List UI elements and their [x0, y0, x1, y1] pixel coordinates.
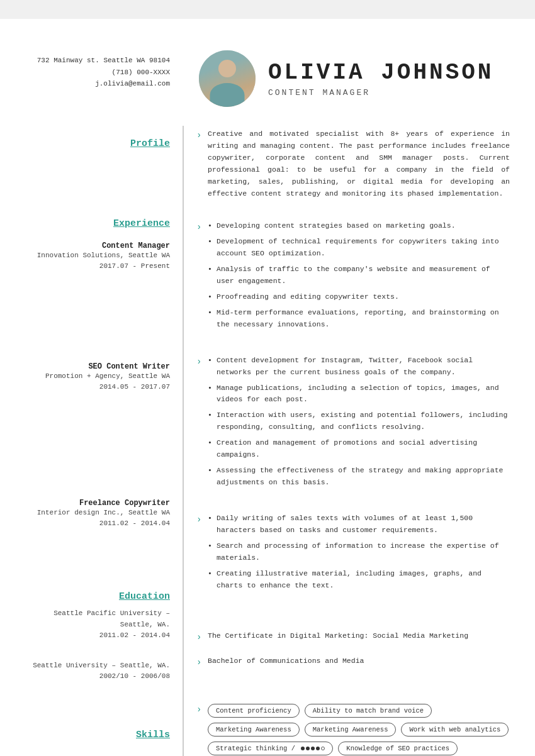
skill-marketing-awareness-1: Marketing Awareness	[208, 723, 300, 737]
edu1-degree: The Certificate in Digital Marketing: So…	[208, 630, 510, 640]
skill-web-analytics: Work with web analytics	[401, 723, 509, 737]
job1-company: Innovation Solutions, Seattle WA2017.07 …	[25, 250, 170, 271]
job1-bullet-list: Developing content strategies based on m…	[208, 220, 510, 331]
edu2-section: › Bachelor of Communications and Media	[196, 655, 510, 668]
job1-content: Developing content strategies based on m…	[208, 220, 510, 335]
job1-bullet-3: Analysis of traffic to the company's web…	[208, 264, 510, 287]
job2-block: SEO Content Writer Promotion + Agency, S…	[25, 362, 170, 392]
skill-brand-voice: Ability to match brand voice	[305, 704, 432, 718]
avatar-image	[199, 50, 256, 107]
edu1-content: The Certificate in Digital Marketing: So…	[208, 630, 510, 640]
email: j.olivia@email.com	[25, 78, 170, 90]
profile-heading: Profile	[25, 138, 170, 149]
edu2-block: Seattle University – Seattle, WA.2002/10…	[25, 660, 170, 682]
edu1-block: Seattle Pacific University – Seattle, WA…	[25, 608, 170, 642]
edu2-school: Seattle University – Seattle, WA.2002/10…	[25, 660, 170, 682]
left-column: Profile Experience Content Manager Innov…	[25, 126, 176, 756]
job1-bullet-4: Proofreading and editing copywriter text…	[208, 291, 510, 303]
education-heading: Education	[25, 591, 170, 602]
dot-2	[306, 747, 310, 750]
address: 732 Mainway st. Seattle WA 98104	[25, 55, 170, 67]
skills-content: Content proficiency Ability to match bra…	[208, 703, 510, 756]
job2-bullet-3: Interaction with users, existing and pot…	[208, 409, 510, 433]
job3-block: Freelance Copywriter Interior design Inc…	[25, 499, 170, 528]
job-title-header: CONTENT MANAGER	[268, 88, 510, 97]
job3-content: Daily writing of sales texts with volume…	[208, 513, 510, 596]
profile-content: Creative and motivated specialist with 8…	[208, 128, 510, 200]
job1-bullet-2: Development of technical requirements fo…	[208, 236, 510, 260]
job2-bullet-list: Content development for Instagram, Twitt…	[208, 355, 510, 489]
job3-bullet-list: Daily writing of sales texts with volume…	[208, 513, 510, 592]
job2-arrow: ›	[196, 355, 208, 367]
job1-block: Content Manager Innovation Solutions, Se…	[25, 242, 170, 271]
experience-heading: Experience	[25, 218, 170, 229]
job2-bullet-1: Content development for Instagram, Twitt…	[208, 355, 510, 379]
skills-label-block: Skills	[25, 730, 170, 740]
experience-label-block: Experience	[25, 218, 170, 229]
dot-1	[301, 747, 305, 750]
resume-container: 732 Mainway st. Seattle WA 98104 (718) 0…	[0, 19, 535, 756]
skill-seo: Knowledge of SEO practices	[338, 742, 458, 755]
job1-bullets-section: › Developing content strategies based on…	[196, 220, 510, 335]
profile-text: Creative and motivated specialist with 8…	[208, 128, 510, 200]
job3-bullets-section: › Daily writing of sales texts with volu…	[196, 513, 510, 596]
profile-label-block: Profile	[25, 138, 170, 149]
edu2-content: Bachelor of Communications and Media	[208, 655, 510, 665]
contact-info: 732 Mainway st. Seattle WA 98104 (718) 0…	[25, 55, 170, 90]
job1-arrow: ›	[196, 220, 208, 233]
job3-bullet-3: Creating illustrative material, includin…	[208, 568, 510, 592]
skills-heading: Skills	[25, 730, 170, 740]
skill-marketing-awareness-2: Marketing Awareness	[305, 723, 397, 737]
edu2-degree: Bachelor of Communications and Media	[208, 655, 510, 665]
dot-3	[311, 747, 315, 750]
body-divider	[183, 126, 184, 756]
job3-bullet-2: Search and processing of information to …	[208, 540, 510, 564]
job2-bullet-2: Manage publications, including a selecti…	[208, 382, 510, 406]
skill-dots	[301, 747, 325, 750]
job2-content: Content development for Instagram, Twitt…	[208, 355, 510, 493]
edu1-school: Seattle Pacific University – Seattle, WA…	[25, 608, 170, 642]
job1-bullet-5: Mid-term performance evaluations, report…	[208, 307, 510, 331]
avatar	[199, 50, 256, 107]
job2-bullet-4: Creation and management of promotions an…	[208, 437, 510, 461]
phone: (718) 000-XXXX	[25, 67, 170, 79]
profile-arrow: ›	[196, 128, 208, 141]
right-column: › Creative and motivated specialist with…	[190, 126, 510, 756]
name-avatar-block: OLIVIA JOHNSON CONTENT MANAGER	[193, 50, 510, 107]
skills-arrow: ›	[196, 703, 208, 715]
job2-title: SEO Content Writer	[25, 362, 170, 371]
header-section: 732 Mainway st. Seattle WA 98104 (718) 0…	[25, 50, 510, 107]
edu2-arrow: ›	[196, 655, 208, 668]
body-section: Profile Experience Content Manager Innov…	[25, 126, 510, 756]
edu1-section: › The Certificate in Digital Marketing: …	[196, 630, 510, 643]
job3-company: Interior design Inc., Seattle WA2011.02 …	[25, 508, 170, 528]
skills-grid: Content proficiency Ability to match bra…	[208, 703, 510, 756]
skills-section: › Content proficiency Ability to match b…	[196, 703, 510, 756]
job2-bullets-section: › Content development for Instagram, Twi…	[196, 355, 510, 493]
edu1-arrow: ›	[196, 630, 208, 643]
skill-content-proficiency: Content proficiency	[208, 704, 300, 718]
contact-block: 732 Mainway st. Seattle WA 98104 (718) 0…	[25, 55, 176, 103]
dot-5	[321, 747, 325, 750]
job3-title: Freelance Copywriter	[25, 499, 170, 508]
education-label-block: Education	[25, 591, 170, 602]
full-name: OLIVIA JOHNSON	[268, 60, 510, 86]
skill-strategic-thinking: Strategic thinking /	[208, 742, 333, 755]
job1-bullet-1: Developing content strategies based on m…	[208, 220, 510, 232]
job3-arrow: ›	[196, 513, 208, 525]
job2-bullet-5: Assessing the effectiveness of the strat…	[208, 465, 510, 489]
dot-4	[316, 747, 320, 750]
job2-company: Promotion + Agency, Seattle WA2014.05 - …	[25, 371, 170, 392]
job3-bullet-1: Daily writing of sales texts with volume…	[208, 513, 510, 536]
name-block: OLIVIA JOHNSON CONTENT MANAGER	[268, 60, 510, 97]
job1-title: Content Manager	[25, 242, 170, 250]
profile-section: › Creative and motivated specialist with…	[196, 126, 510, 200]
